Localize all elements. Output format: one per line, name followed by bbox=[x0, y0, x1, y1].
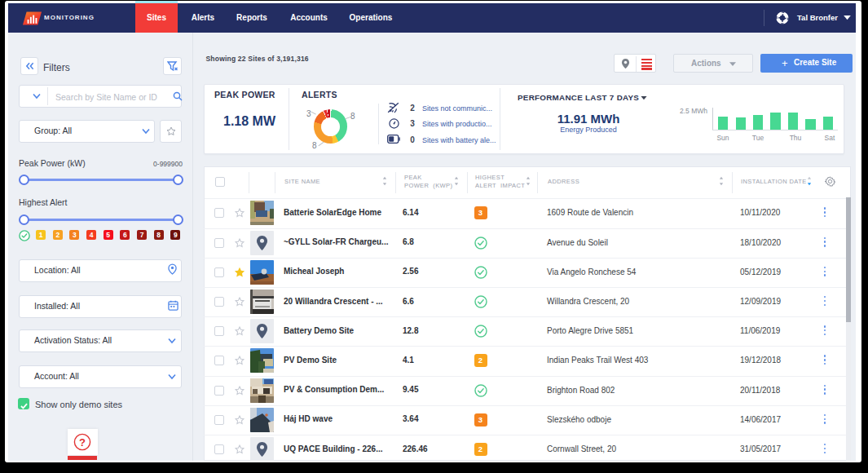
svg-text:?: ? bbox=[79, 436, 86, 449]
